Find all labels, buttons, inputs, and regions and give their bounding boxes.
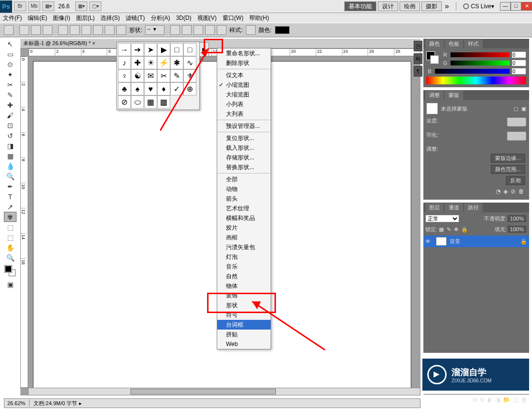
combine-intersect-icon[interactable] [205,25,215,35]
pixel-mask-icon[interactable]: ▢ [514,106,518,112]
layer-name[interactable]: 背景 [450,238,460,245]
roundrect-shape-icon[interactable] [70,25,80,35]
move-tool[interactable]: ↖ [4,39,16,49]
fill-value[interactable]: 100% [508,226,526,233]
menu-image[interactable]: 图像(I) [53,14,70,22]
ctx-object[interactable]: 物体 [217,281,271,291]
hand-tool[interactable]: ✋ [4,242,16,252]
shape-picker-menu-button[interactable]: ▶ [199,42,209,57]
shape-picker[interactable]: →➔➤▶□□♪✚☀⚡✱∿♀☯✉✂✎⚜♣♠♥♦✓⊕⊘⬭▦▩ ▶ [116,42,200,110]
ctx-text-only[interactable]: 仅文本 [217,70,271,80]
ctx-web[interactable]: Web [217,339,271,349]
line-shape-icon[interactable] [105,25,114,35]
mini-bridge-button[interactable]: Mb [28,1,40,11]
marquee-tool[interactable]: ▭ [4,49,16,59]
workspace-paint[interactable]: 绘画 [400,1,420,11]
document-tab[interactable]: 未标题-1 @ 26.6%(RGB/8) * × [20,39,420,48]
shape-cell[interactable]: → [118,43,131,56]
shape-cell[interactable]: □ [170,43,183,56]
r-slider[interactable] [451,52,510,57]
combine-new-icon[interactable] [170,25,180,35]
shape-cell[interactable]: ➔ [131,43,144,56]
ctx-thumb-large[interactable]: 大缩览图 [217,90,271,99]
ctx-replace[interactable]: 替换形状... [217,162,271,172]
tab-adjust[interactable]: 调整 [425,91,444,100]
dodge-tool[interactable]: 🔍 [4,171,16,181]
ctx-all[interactable]: 全部 [217,174,271,184]
eyedropper-tool[interactable]: ✎ [4,90,16,100]
tab-color[interactable]: 颜色 [425,39,444,48]
panel-bg-swatch[interactable] [430,55,439,64]
zoom-readout[interactable]: 26.6 [58,3,69,10]
feather-input[interactable] [507,131,526,141]
menu-help[interactable]: 帮助(H) [249,14,269,22]
shape-cell[interactable]: ✓ [170,82,183,95]
delete-layer-icon[interactable]: 🗑 [521,396,527,403]
tab-swatch[interactable]: 色板 [445,39,463,48]
layer-thumb[interactable] [436,237,447,246]
menu-select[interactable]: 选择(S) [100,14,120,22]
shape-cell[interactable]: ☯ [131,69,144,82]
maximize-button[interactable]: □ [511,2,521,11]
shape-cell[interactable]: ▩ [157,95,170,109]
type-tool[interactable]: T [4,191,16,202]
vector-mask-icon[interactable]: ▣ [521,106,526,112]
ctx-tile[interactable]: 拼贴 [217,330,271,339]
ctx-delete[interactable]: 删除形状 [217,58,271,68]
new-layer-icon[interactable]: ◫ [513,396,518,403]
link-layers-icon[interactable]: ⧉ [473,396,477,403]
tab-path[interactable]: 路径 [464,203,483,212]
tool-preset-picker[interactable] [4,25,14,35]
menu-window[interactable]: 窗口(W) [223,14,243,22]
shape-preview[interactable]: → ▾ [145,25,164,35]
shape-cell[interactable]: ♣ [118,82,131,95]
stamp-tool[interactable]: ⊡ [4,120,16,130]
3d-camera-tool[interactable]: ⬚ [4,232,16,242]
blend-mode-select[interactable]: 正常 [425,215,459,222]
shape-cell[interactable]: ♦ [157,82,170,95]
collapsed-tab-history[interactable]: ◳ [414,41,422,51]
h-scrollbar[interactable] [28,388,420,395]
r-input[interactable] [512,51,526,58]
ctx-banner[interactable]: 横幅和奖品 [217,213,271,223]
shape-cell[interactable]: ⚜ [183,69,196,82]
shape-cell[interactable]: ▦ [144,95,157,109]
color-selector[interactable] [4,265,16,279]
shape-layers-icon[interactable] [19,25,29,35]
ctx-animal[interactable]: 动物 [217,184,271,194]
ctx-symbol[interactable]: 符号 [217,310,271,320]
eraser-tool[interactable]: ◨ [4,141,16,151]
shape-cell[interactable]: ⊕ [183,82,196,95]
arrange-button[interactable]: ▦▾ [75,1,87,11]
b-input[interactable] [512,68,526,75]
workspace-basic[interactable]: 基本功能 [344,1,376,11]
lasso-tool[interactable]: ⊙ [4,59,16,69]
shape-cell[interactable]: ▶ [157,43,170,56]
brush-tool[interactable]: 🖌 [4,110,16,120]
menu-edit[interactable]: 编辑(E) [28,14,47,22]
fx-icon[interactable]: fx [480,396,484,403]
adjustment-icon[interactable]: ◑ [495,396,500,403]
mask-load-icon[interactable]: ◔ [496,188,500,195]
tab-layer[interactable]: 图层 [425,203,444,212]
cslive-button[interactable]: CS Live ▾ [463,3,494,10]
layer-background[interactable]: 👁 背景 🔒 [423,236,529,247]
shape-cell[interactable]: ➤ [144,43,157,56]
ctx-list-small[interactable]: 小列表 [217,99,271,109]
minimize-button[interactable]: — [500,2,511,11]
mask-edge-button[interactable]: 蒙版边缘... [491,154,525,163]
ctx-save[interactable]: 存储形状... [217,153,271,162]
polygon-shape-icon[interactable] [93,25,103,35]
visibility-icon[interactable]: 👁 [425,238,433,244]
shape-cell[interactable]: ✉ [144,69,157,82]
combine-subtract-icon[interactable] [193,25,203,35]
menu-view[interactable]: 视图(V) [197,14,217,22]
workspace-photo[interactable]: 摄影 [421,1,442,11]
tab-style[interactable]: 样式 [464,39,483,48]
shape-cell[interactable]: ☀ [144,56,157,69]
menu-analysis[interactable]: 分析(A) [151,14,170,22]
ctx-frame[interactable]: 画框 [217,233,271,242]
gradient-tool[interactable]: ▦ [4,151,16,161]
pen-tool[interactable]: ✒ [4,181,16,191]
lock-trans-icon[interactable]: ▦ [439,226,444,233]
